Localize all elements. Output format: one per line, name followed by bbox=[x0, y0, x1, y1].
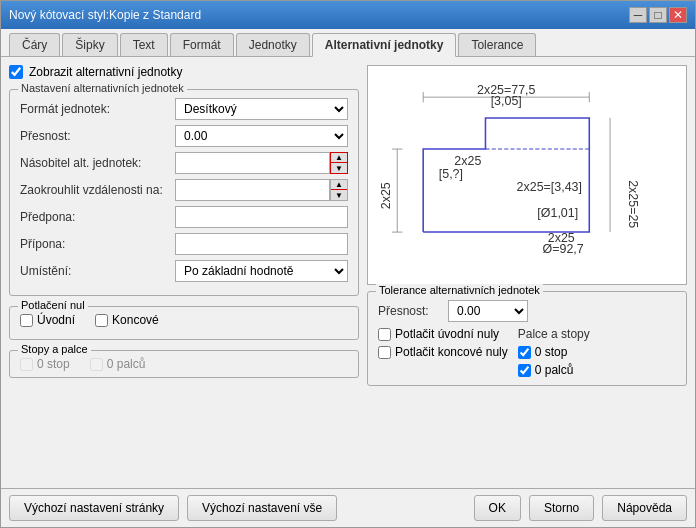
tolerance-right: Potlačit úvodní nuly Potlačit koncové nu… bbox=[378, 327, 676, 377]
vychozi-vse-button[interactable]: Výchozí nastavení vše bbox=[187, 495, 337, 521]
main-content: Zobrazit alternativní jednotky Nastavení… bbox=[1, 57, 695, 488]
nasobitel-spinner-btns: ▲ ▼ bbox=[330, 152, 348, 174]
minimize-icon: ─ bbox=[634, 8, 643, 22]
nasobitel-control: 0.0394 ▲ ▼ bbox=[175, 152, 348, 174]
settings-group: Nastavení alternativních jednotek Formát… bbox=[9, 89, 359, 296]
tab-tolerance[interactable]: Tolerance bbox=[458, 33, 536, 56]
zaokrouhlit-spinner: 0.0000 ▲ ▼ bbox=[175, 179, 348, 201]
potlaceni-inner: Úvodní Koncové bbox=[20, 313, 348, 327]
vychozi-stranky-button[interactable]: Výchozí nastavení stránky bbox=[9, 495, 179, 521]
uvodn-label: Úvodní bbox=[37, 313, 75, 327]
storno-button[interactable]: Storno bbox=[529, 495, 594, 521]
potlacit-konc-row: Potlačit koncové nuly bbox=[378, 345, 508, 359]
tab-format[interactable]: Formát bbox=[170, 33, 234, 56]
window-title: Nový kótovací styl:Kopie z Standard bbox=[9, 8, 201, 22]
zaokrouhlit-input[interactable]: 0.0000 bbox=[175, 179, 330, 201]
palce-0palcu-label: 0 palců bbox=[535, 363, 574, 377]
napoveda-button[interactable]: Nápověda bbox=[602, 495, 687, 521]
zaokrouhlit-control: 0.0000 ▲ ▼ bbox=[175, 179, 348, 201]
potlacit-uvodn-label: Potlačit úvodní nuly bbox=[395, 327, 499, 341]
palce-0stop-checkbox[interactable] bbox=[518, 346, 531, 359]
svg-text:[Ø1,01]: [Ø1,01] bbox=[537, 206, 578, 220]
preview-box: 2x25=77,5 [3,05] 2x25=25 2x25 2x25 [5,?]… bbox=[367, 65, 687, 285]
palcu-checkbox bbox=[90, 358, 103, 371]
pripona-input[interactable] bbox=[175, 233, 348, 255]
umisteni-label: Umístění: bbox=[20, 264, 175, 278]
format-select[interactable]: Desítkový bbox=[175, 98, 348, 120]
format-control: Desítkový bbox=[175, 98, 348, 120]
tab-cary[interactable]: Čáry bbox=[9, 33, 60, 56]
koncove-item: Koncové bbox=[95, 313, 159, 327]
tab-text[interactable]: Text bbox=[120, 33, 168, 56]
palce-0palcu-checkbox[interactable] bbox=[518, 364, 531, 377]
palcu-item: 0 palců bbox=[90, 357, 146, 371]
footer-right: OK Storno Nápověda bbox=[474, 495, 687, 521]
potlacit-uvodn-checkbox[interactable] bbox=[378, 328, 391, 341]
svg-text:2x25: 2x25 bbox=[454, 154, 481, 168]
potlaceni-group: Potlačení nul Úvodní Koncové bbox=[9, 306, 359, 340]
presnost-row: Přesnost: 0.00 bbox=[20, 125, 348, 147]
zaokrouhlit-up-btn[interactable]: ▲ bbox=[331, 180, 347, 190]
nasobitel-down-btn[interactable]: ▼ bbox=[331, 163, 347, 173]
tab-jednotky[interactable]: Jednotky bbox=[236, 33, 310, 56]
settings-group-label: Nastavení alternativních jednotek bbox=[18, 82, 187, 94]
tolerance-presnost-select[interactable]: 0.00 bbox=[448, 300, 528, 322]
ok-button[interactable]: OK bbox=[474, 495, 521, 521]
nasobitel-row: Násobitel alt. jednotek: 0.0394 ▲ ▼ bbox=[20, 152, 348, 174]
titlebar-controls: ─ □ ✕ bbox=[629, 7, 687, 23]
palce-0stop-row: 0 stop bbox=[518, 345, 590, 359]
svg-text:2x25: 2x25 bbox=[379, 182, 393, 209]
zaokrouhlit-down-btn[interactable]: ▼ bbox=[331, 190, 347, 200]
nasobitel-input[interactable]: 0.0394 bbox=[175, 152, 330, 174]
potlacit-uvodn-row: Potlačit úvodní nuly bbox=[378, 327, 508, 341]
koncove-checkbox[interactable] bbox=[95, 314, 108, 327]
nasobitel-spinner: 0.0394 ▲ ▼ bbox=[175, 152, 348, 174]
umisteni-control: Po základní hodnotě bbox=[175, 260, 348, 282]
predpona-control bbox=[175, 206, 348, 228]
tolerance-presnost-label: Přesnost: bbox=[378, 304, 448, 318]
left-panel: Zobrazit alternativní jednotky Nastavení… bbox=[9, 65, 359, 480]
predpona-input[interactable] bbox=[175, 206, 348, 228]
close-icon: ✕ bbox=[673, 8, 683, 22]
nasobitel-up-btn[interactable]: ▲ bbox=[331, 153, 347, 163]
minimize-button[interactable]: ─ bbox=[629, 7, 647, 23]
palce-group: Palce a stopy 0 stop 0 palců bbox=[518, 327, 590, 377]
tab-sipky[interactable]: Šipky bbox=[62, 33, 117, 56]
maximize-button[interactable]: □ bbox=[649, 7, 667, 23]
uvodn-checkbox[interactable] bbox=[20, 314, 33, 327]
right-panel: 2x25=77,5 [3,05] 2x25=25 2x25 2x25 [5,?]… bbox=[367, 65, 687, 480]
main-window: Nový kótovací styl:Kopie z Standard ─ □ … bbox=[0, 0, 696, 528]
zaokrouhlit-label: Zaokrouhlit vzdálenosti na: bbox=[20, 183, 175, 197]
presnost-label: Přesnost: bbox=[20, 129, 175, 143]
palce-title: Palce a stopy bbox=[518, 327, 590, 341]
palce-0stop-label: 0 stop bbox=[535, 345, 568, 359]
show-alt-units-label: Zobrazit alternativní jednotky bbox=[29, 65, 182, 79]
predpona-label: Předpona: bbox=[20, 210, 175, 224]
palcu-label-txt: 0 palců bbox=[107, 357, 146, 371]
svg-text:Ø=92,7: Ø=92,7 bbox=[543, 242, 584, 256]
stopy-inner: 0 stop 0 palců bbox=[20, 357, 348, 371]
uvodn-item: Úvodní bbox=[20, 313, 75, 327]
predpona-row: Předpona: bbox=[20, 206, 348, 228]
svg-text:[5,?]: [5,?] bbox=[439, 167, 463, 181]
zaokrouhlit-spinner-btns: ▲ ▼ bbox=[330, 179, 348, 201]
show-alt-units-checkbox[interactable] bbox=[9, 65, 23, 79]
tolerance-group: Tolerance alternativních jednotek Přesno… bbox=[367, 291, 687, 386]
svg-text:2x25=25: 2x25=25 bbox=[626, 180, 640, 228]
umisteni-row: Umístění: Po základní hodnotě bbox=[20, 260, 348, 282]
footer-left: Výchozí nastavení stránky Výchozí nastav… bbox=[9, 495, 337, 521]
close-button[interactable]: ✕ bbox=[669, 7, 687, 23]
stopy-group: Stopy a palce 0 stop 0 palců bbox=[9, 350, 359, 378]
pripona-control bbox=[175, 233, 348, 255]
format-row: Formát jednotek: Desítkový bbox=[20, 98, 348, 120]
tab-alt-jednotky[interactable]: Alternativní jednotky bbox=[312, 33, 457, 57]
titlebar: Nový kótovací styl:Kopie z Standard ─ □ … bbox=[1, 1, 695, 29]
presnost-select[interactable]: 0.00 bbox=[175, 125, 348, 147]
potlacit-konc-checkbox[interactable] bbox=[378, 346, 391, 359]
koncove-label: Koncové bbox=[112, 313, 159, 327]
zaokrouhlit-row: Zaokrouhlit vzdálenosti na: 0.0000 ▲ ▼ bbox=[20, 179, 348, 201]
stopy-checkbox bbox=[20, 358, 33, 371]
format-label: Formát jednotek: bbox=[20, 102, 175, 116]
umisteni-select[interactable]: Po základní hodnotě bbox=[175, 260, 348, 282]
palce-0palcu-row: 0 palců bbox=[518, 363, 590, 377]
